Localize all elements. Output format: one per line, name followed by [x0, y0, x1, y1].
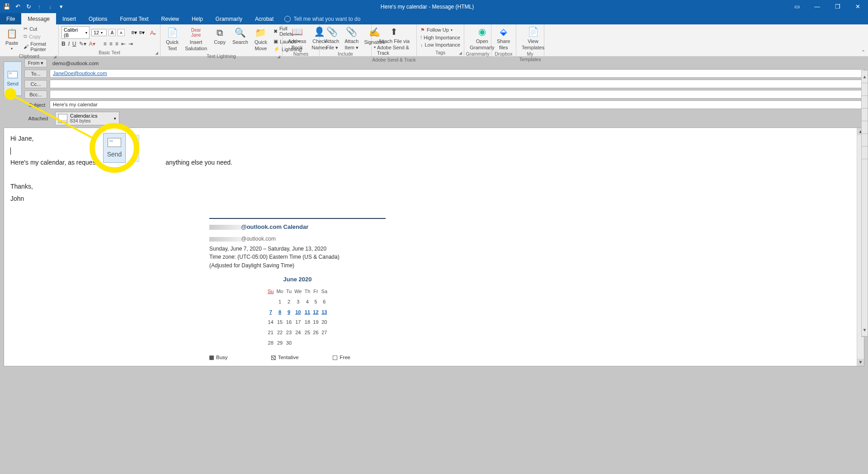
follow-up-button[interactable]: ⚑Follow Up▾	[420, 27, 461, 33]
attach-file-button[interactable]: 📎AttachFile ▾	[322, 25, 342, 50]
dow: Tu	[285, 286, 293, 297]
bcc-button[interactable]: Bcc...	[24, 90, 47, 99]
calendar-range: Sunday, June 7, 2020 – Saturday, June 13…	[209, 245, 386, 253]
attach-item-icon: 📎	[345, 25, 358, 38]
share-files-button[interactable]: ⬙Sharefiles	[494, 25, 513, 50]
ribbon-options-button[interactable]: ▭	[787, 0, 807, 13]
tab-help[interactable]: Help	[185, 13, 209, 24]
font-name: Calibri (B	[64, 27, 84, 38]
maximize-button[interactable]: ❐	[827, 0, 848, 13]
font-size-selector[interactable]: 12▾	[91, 29, 107, 36]
paste-dropdown-icon[interactable]: ▾	[11, 47, 13, 51]
cc-field[interactable]	[50, 80, 864, 88]
legend-busy: Busy	[216, 355, 228, 360]
tags-launcher-icon[interactable]: ◢	[459, 51, 462, 55]
lightning-launcher-icon[interactable]: ◢	[277, 54, 280, 59]
dow: Mo	[275, 286, 284, 297]
address-book-icon: 📖	[291, 25, 303, 38]
mini-scroll-down-icon[interactable]: ▼	[862, 324, 868, 337]
quicktext-icon: 📄	[166, 26, 179, 39]
from-button[interactable]: From ▾	[24, 59, 47, 67]
styles-icon[interactable]: A▸	[150, 29, 156, 36]
font-selector[interactable]: Calibri (B▾	[61, 26, 90, 39]
tab-options[interactable]: Options	[82, 13, 113, 24]
outdent-icon[interactable]: ⇤	[121, 41, 126, 47]
window-title: Here's my calendar - Message (HTML)	[68, 4, 787, 10]
day-link[interactable]: 10	[295, 309, 301, 315]
brush-icon: 🖌	[24, 44, 28, 49]
tab-message[interactable]: Message	[21, 13, 56, 24]
tab-review[interactable]: Review	[155, 13, 185, 24]
low-importance-icon: ↓	[420, 42, 423, 47]
qat-save-icon[interactable]: 💾	[4, 4, 10, 10]
to-button[interactable]: To...	[24, 70, 47, 78]
insert-salutation-button[interactable]: DearJaneInsertSalutation	[182, 26, 210, 51]
envelope-icon	[8, 71, 18, 78]
format-painter-button[interactable]: 🖌Format Painter	[23, 41, 56, 52]
mini-scroll-up-icon[interactable]: ▲	[862, 71, 868, 83]
font-color-icon[interactable]: A▾	[89, 41, 95, 47]
free-swatch-icon	[333, 356, 337, 360]
decrease-font-icon[interactable]: A	[118, 29, 125, 36]
tab-grammarly[interactable]: Grammarly	[209, 13, 249, 24]
quick-move-button[interactable]: 📁QuickMove	[252, 26, 270, 51]
numbering-icon[interactable]: ≡▾	[139, 29, 145, 36]
qat-redo-icon[interactable]: ↻	[25, 4, 32, 10]
indent-icon[interactable]: ⇥	[128, 41, 133, 47]
bcc-field[interactable]	[50, 90, 864, 99]
send-label: Send	[7, 81, 19, 86]
attach-item-button[interactable]: 📎AttachItem ▾	[342, 25, 361, 50]
tab-insert[interactable]: Insert	[56, 13, 82, 24]
italic-button[interactable]: I	[68, 41, 70, 47]
day-link[interactable]: 11	[305, 309, 310, 315]
day-link[interactable]: 12	[313, 309, 318, 315]
to-field[interactable]: JaneDoe@outlook.com	[50, 69, 864, 78]
adobe-send-track-button[interactable]: ⬆Attach File viaAdobe Send & Track	[374, 25, 414, 56]
annotation-circle: Send	[90, 123, 139, 173]
high-importance-button[interactable]: !High Importance	[420, 34, 461, 41]
basictext-launcher-icon[interactable]: ◢	[155, 51, 158, 55]
view-templates-button[interactable]: 📄ViewTemplates	[519, 25, 547, 50]
highlight-icon[interactable]: ✎▾	[79, 41, 86, 47]
address-book-button[interactable]: 📖AddressBook	[285, 25, 309, 50]
attachment-dropdown-icon[interactable]: ▾	[114, 116, 116, 121]
tell-me-label: Tell me what you want to do	[293, 16, 360, 22]
subject-field[interactable]: Here's my calendar	[50, 100, 864, 109]
paste-button[interactable]: 📋 Paste ▾	[3, 27, 21, 51]
qat-undo-icon[interactable]: ↶	[14, 4, 21, 10]
day-link[interactable]: 9	[288, 309, 290, 315]
bold-button[interactable]: B	[61, 41, 66, 47]
calendar-dst: (Adjusted for Daylight Saving Time)	[209, 262, 386, 270]
day-link[interactable]: 13	[321, 309, 327, 315]
cut-button[interactable]: ✂Cut	[23, 25, 56, 32]
tab-acrobat[interactable]: Acrobat	[249, 13, 280, 24]
clipboard-launcher-icon[interactable]: ◢	[53, 54, 57, 59]
tl-search-button[interactable]: 🔍Search	[230, 26, 251, 51]
underline-button[interactable]: U	[72, 41, 76, 47]
align-center-icon[interactable]: ≡	[109, 41, 113, 47]
day-link[interactable]: 7	[269, 309, 272, 315]
qat-more-icon[interactable]: ▾	[58, 4, 64, 10]
attached-label: Attached	[27, 116, 50, 121]
tell-me-search[interactable]: Tell me what you want to do	[284, 13, 360, 24]
close-button[interactable]: ✕	[848, 0, 868, 13]
day-link[interactable]: 8	[278, 309, 281, 315]
right-mini-scroll[interactable]: ▲ ▼	[861, 70, 868, 337]
align-left-icon[interactable]: ≡	[104, 41, 107, 47]
collapse-ribbon-icon[interactable]: ⌃	[861, 49, 865, 55]
low-importance-button[interactable]: ↓Low Importance	[420, 42, 461, 48]
cc-button[interactable]: Cc...	[24, 80, 47, 88]
minimize-button[interactable]: —	[807, 0, 827, 13]
quick-text-button[interactable]: 📄QuickText	[163, 26, 181, 51]
increase-font-icon[interactable]: A	[108, 29, 116, 36]
qat-up-icon: ↑	[36, 4, 42, 10]
tab-file[interactable]: File	[0, 13, 21, 24]
bullets-icon[interactable]: ≡▾	[131, 29, 137, 36]
align-right-icon[interactable]: ≡	[115, 41, 118, 47]
tl-copy-button[interactable]: ⧉Copy	[211, 26, 229, 51]
grammarly-icon: ◉	[476, 25, 488, 38]
flag-icon: ⚑	[420, 27, 425, 33]
tab-format-text[interactable]: Format Text	[113, 13, 155, 24]
copy-label: Copy	[29, 34, 41, 39]
scroll-down-icon[interactable]: ▼	[857, 359, 864, 366]
